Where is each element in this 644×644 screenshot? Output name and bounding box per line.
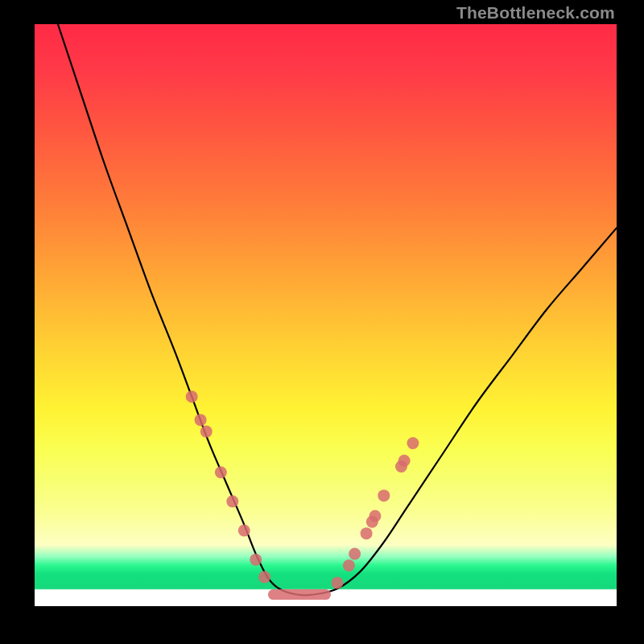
bottleneck-curve: [58, 24, 617, 595]
data-marker: [258, 571, 270, 583]
data-marker: [226, 495, 238, 507]
data-marker: [215, 466, 227, 478]
data-marker: [369, 510, 381, 522]
data-marker: [200, 426, 213, 438]
data-marker: [238, 525, 250, 537]
data-marker: [361, 527, 373, 539]
chart-svg: [35, 24, 617, 606]
data-marker: [331, 577, 343, 589]
attribution-text: TheBottleneck.com: [456, 3, 615, 23]
data-marker: [195, 414, 207, 426]
data-marker: [186, 390, 198, 402]
data-marker: [398, 455, 411, 467]
outer-frame: TheBottleneck.com: [0, 0, 644, 644]
plot-area: [35, 24, 617, 606]
data-marker: [343, 559, 355, 572]
data-marker: [349, 547, 361, 559]
marker-group: [186, 390, 419, 588]
data-marker: [250, 554, 262, 566]
data-marker: [378, 489, 390, 502]
data-marker: [407, 437, 419, 449]
